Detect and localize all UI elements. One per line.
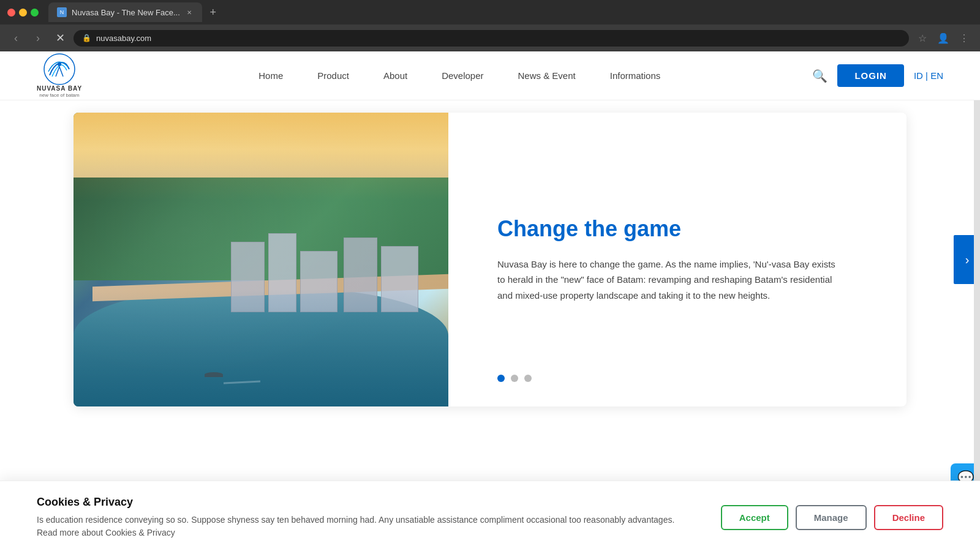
browser-chrome: N Nuvasa Bay - The New Face... ✕ + ‹ › ✕… (0, 0, 980, 51)
language-switcher[interactable]: ID | EN (914, 70, 943, 81)
tab-bar: N Nuvasa Bay - The New Face... ✕ + (48, 2, 973, 22)
tab-title: Nuvasa Bay - The New Face... (72, 8, 180, 17)
svg-point-0 (44, 54, 75, 84)
logo-area[interactable]: NUVASA BAY new face of batam (37, 53, 82, 98)
slide-dot-3[interactable] (524, 375, 532, 382)
refresh-button[interactable]: ✕ (51, 29, 69, 47)
aerial-photo (74, 113, 448, 406)
minimize-traffic-light[interactable] (19, 9, 27, 17)
profile-icon[interactable]: 👤 (935, 29, 952, 47)
traffic-lights (7, 9, 39, 17)
nav-developer[interactable]: Developer (424, 70, 500, 81)
navbar: NUVASA BAY new face of batam Home Produc… (0, 51, 980, 100)
hero-content: Change the game Nuvasa Bay is here to ch… (448, 113, 907, 406)
bookmark-icon[interactable]: ☆ (914, 29, 931, 47)
aerial-overlay (74, 113, 448, 406)
logo-icon (43, 53, 75, 85)
slide-dots (497, 375, 532, 382)
close-traffic-light[interactable] (7, 9, 15, 17)
url-text: nuvasabay.com (96, 34, 151, 43)
tab-close-button[interactable]: ✕ (185, 8, 194, 17)
nav-about[interactable]: About (366, 70, 424, 81)
nav-product[interactable]: Product (300, 70, 366, 81)
nav-informations[interactable]: Informations (593, 70, 678, 81)
browser-tab[interactable]: N Nuvasa Bay - The New Face... ✕ (48, 2, 202, 22)
logo-name: NUVASA BAY (37, 85, 82, 92)
ssl-lock-icon: 🔒 (82, 34, 91, 42)
hero-description: Nuvasa Bay is here to change the game. A… (497, 256, 840, 304)
slide-dot-2[interactable] (511, 375, 518, 382)
tab-favicon: N (57, 7, 67, 17)
back-button[interactable]: ‹ (7, 29, 24, 47)
browser-toolbar: ‹ › ✕ 🔒 nuvasabay.com ☆ 👤 ⋮ (0, 24, 980, 51)
scrollbar-track[interactable] (974, 51, 980, 492)
fullscreen-traffic-light[interactable] (31, 9, 39, 17)
toolbar-actions: ☆ 👤 ⋮ (914, 29, 973, 47)
forward-button[interactable]: › (29, 29, 47, 47)
login-button[interactable]: LOGIN (837, 64, 904, 87)
browser-titlebar: N Nuvasa Bay - The New Face... ✕ + (0, 0, 980, 24)
website: NUVASA BAY new face of batam Home Produc… (0, 51, 980, 492)
cookies-bar: Cookies & Privacy Is education residence… (0, 481, 980, 492)
nav-right: 🔍 LOGIN ID | EN (812, 64, 943, 87)
menu-icon[interactable]: ⋮ (956, 29, 973, 47)
hero-image (74, 113, 448, 406)
slide-dot-1[interactable] (497, 375, 505, 382)
nav-home[interactable]: Home (241, 70, 300, 81)
nav-news-event[interactable]: News & Event (501, 70, 593, 81)
hero-section: Change the game Nuvasa Bay is here to ch… (74, 113, 907, 406)
hero-title: Change the game (497, 216, 858, 242)
logo-tagline: new face of batam (39, 92, 79, 98)
nav-links: Home Product About Developer News & Even… (107, 70, 812, 81)
address-bar[interactable]: 🔒 nuvasabay.com (74, 30, 909, 47)
new-tab-button[interactable]: + (205, 4, 222, 21)
search-icon[interactable]: 🔍 (812, 69, 827, 83)
